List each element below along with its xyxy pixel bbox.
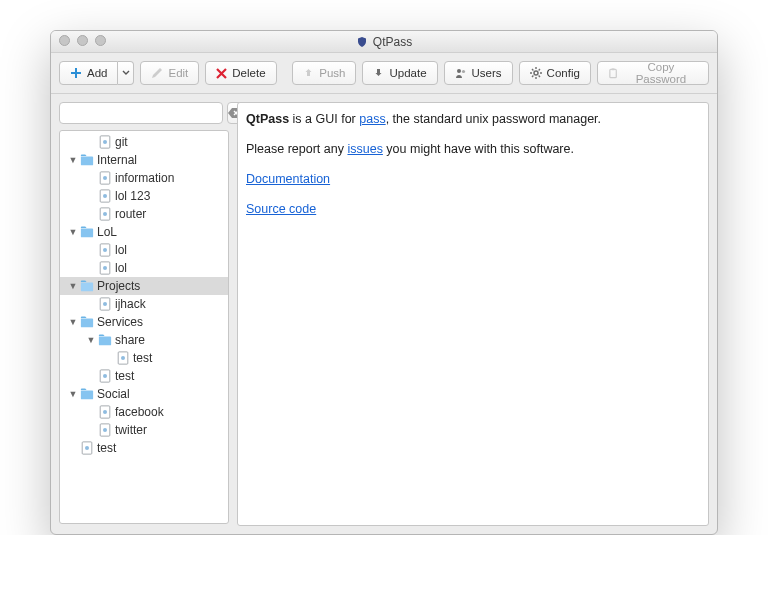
tree-item[interactable]: test — [60, 439, 228, 457]
edit-button[interactable]: Edit — [140, 61, 199, 85]
svg-point-16 — [103, 266, 107, 270]
intro-line: QtPass is a GUI for pass, the standard u… — [246, 109, 700, 129]
zoom-dot[interactable] — [95, 35, 106, 46]
update-button[interactable]: Update — [362, 61, 437, 85]
tree-folder[interactable]: ▼Projects — [60, 277, 228, 295]
tree-label: Services — [97, 315, 143, 329]
tree-folder[interactable]: ▼share — [60, 331, 228, 349]
upload-icon — [303, 68, 314, 79]
users-button[interactable]: Users — [444, 61, 513, 85]
tree-label: facebook — [115, 405, 164, 419]
svg-rect-4 — [612, 68, 615, 70]
tree-label: Social — [97, 387, 130, 401]
clipboard-icon — [608, 67, 619, 79]
update-label: Update — [389, 67, 426, 79]
traffic-lights — [59, 35, 106, 46]
svg-point-14 — [103, 248, 107, 252]
delete-button[interactable]: Delete — [205, 61, 276, 85]
tree-label: Projects — [97, 279, 140, 293]
svg-point-28 — [85, 446, 89, 450]
tree-label: router — [115, 207, 146, 221]
tree-folder[interactable]: ▼Internal — [60, 151, 228, 169]
download-icon — [373, 68, 384, 79]
password-tree[interactable]: git▼Internalinformationlol 123router▼LoL… — [59, 130, 229, 524]
documentation-link[interactable]: Documentation — [246, 172, 330, 186]
pass-link[interactable]: pass — [359, 112, 385, 126]
close-dot[interactable] — [59, 35, 70, 46]
tree-item[interactable]: facebook — [60, 403, 228, 421]
tree-label: twitter — [115, 423, 147, 437]
tree-folder[interactable]: ▼Social — [60, 385, 228, 403]
report-line: Please report any issues you might have … — [246, 139, 700, 159]
tree-label: ijhack — [115, 297, 146, 311]
tree-item[interactable]: lol 123 — [60, 187, 228, 205]
disclosure-triangle-icon[interactable]: ▼ — [68, 227, 78, 237]
tree-folder[interactable]: ▼LoL — [60, 223, 228, 241]
tree-item[interactable]: router — [60, 205, 228, 223]
plus-icon — [70, 67, 82, 79]
tree-label: information — [115, 171, 174, 185]
minimize-dot[interactable] — [77, 35, 88, 46]
gear-icon — [530, 67, 542, 79]
add-label: Add — [87, 67, 107, 79]
tree-item[interactable]: git — [60, 133, 228, 151]
tree-label: lol — [115, 261, 127, 275]
titlebar: QtPass — [51, 31, 717, 53]
tree-item[interactable]: lol — [60, 241, 228, 259]
svg-point-6 — [103, 140, 107, 144]
app-window: QtPass Add Edit Delete Push Upda — [50, 30, 718, 535]
body: git▼Internalinformationlol 123router▼LoL… — [51, 94, 717, 534]
tree-item[interactable]: twitter — [60, 421, 228, 439]
tree-item[interactable]: ijhack — [60, 295, 228, 313]
tree-label: test — [115, 369, 134, 383]
svg-point-24 — [103, 410, 107, 414]
push-button[interactable]: Push — [292, 61, 356, 85]
add-dropdown[interactable] — [118, 61, 134, 85]
content-panel: QtPass is a GUI for pass, the standard u… — [237, 102, 709, 526]
svg-point-20 — [121, 356, 125, 360]
toolbar: Add Edit Delete Push Update Users — [51, 53, 717, 94]
left-panel: git▼Internalinformationlol 123router▼LoL… — [59, 102, 229, 526]
users-icon — [455, 67, 467, 79]
disclosure-triangle-icon[interactable]: ▼ — [68, 389, 78, 399]
users-label: Users — [472, 67, 502, 79]
tree-item[interactable]: test — [60, 349, 228, 367]
tree-label: lol 123 — [115, 189, 150, 203]
tree-label: Internal — [97, 153, 137, 167]
copy-button[interactable]: Copy Password — [597, 61, 709, 85]
intro-appname: QtPass — [246, 112, 289, 126]
tree-folder[interactable]: ▼Services — [60, 313, 228, 331]
push-label: Push — [319, 67, 345, 79]
svg-point-12 — [103, 212, 107, 216]
tree-label: test — [97, 441, 116, 455]
svg-point-1 — [461, 70, 464, 73]
issues-link[interactable]: issues — [347, 142, 382, 156]
delete-label: Delete — [232, 67, 265, 79]
app-icon — [356, 36, 368, 48]
svg-point-18 — [103, 302, 107, 306]
tree-item[interactable]: information — [60, 169, 228, 187]
disclosure-triangle-icon[interactable]: ▼ — [68, 317, 78, 327]
disclosure-triangle-icon[interactable]: ▼ — [68, 281, 78, 291]
tree-item[interactable]: test — [60, 367, 228, 385]
source-link[interactable]: Source code — [246, 202, 316, 216]
search-input[interactable] — [59, 102, 223, 124]
svg-point-2 — [534, 71, 538, 75]
tree-label: share — [115, 333, 145, 347]
svg-point-22 — [103, 374, 107, 378]
svg-point-8 — [103, 176, 107, 180]
tree-label: lol — [115, 243, 127, 257]
config-button[interactable]: Config — [519, 61, 591, 85]
disclosure-triangle-icon[interactable]: ▼ — [68, 155, 78, 165]
copy-label: Copy Password — [624, 61, 698, 85]
x-icon — [216, 68, 227, 79]
svg-point-0 — [457, 69, 461, 73]
svg-point-10 — [103, 194, 107, 198]
chevron-down-icon — [122, 69, 130, 77]
tree-label: git — [115, 135, 128, 149]
svg-rect-3 — [610, 69, 616, 77]
disclosure-triangle-icon[interactable]: ▼ — [86, 335, 96, 345]
add-button[interactable]: Add — [59, 61, 118, 85]
tree-item[interactable]: lol — [60, 259, 228, 277]
tree-label: test — [133, 351, 152, 365]
